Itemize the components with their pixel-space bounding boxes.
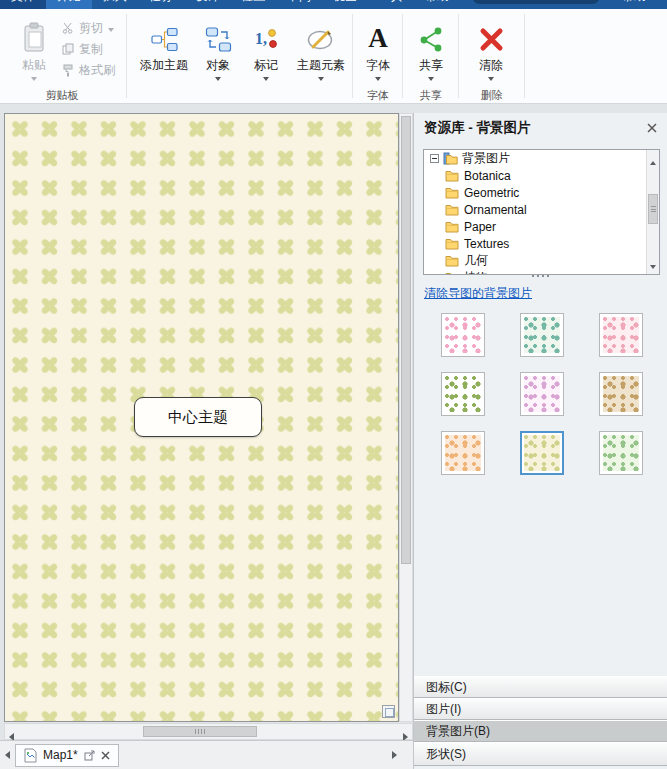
ribbon-search-box[interactable] [472,0,600,4]
detach-view-icon[interactable] [84,750,95,761]
thumbnail-teal-leaves[interactable] [520,313,564,357]
thumbnail-pattern [603,435,639,471]
map-canvas[interactable]: 中心主题 [4,113,399,722]
horizontal-scrollbar-thumb[interactable] [143,726,257,737]
help-menu-label: 帮助 [622,0,646,5]
ribbon-tab-9[interactable]: 工具 [368,0,414,9]
ribbon-tab-1[interactable]: 文件 [0,0,46,9]
panel-stack-tab-1[interactable]: 图标(C) [414,676,667,698]
ribbon-tab-3[interactable]: 插入 [92,0,138,9]
chevron-down-icon [31,77,37,81]
ribbon-tab-6[interactable]: 检查 [230,0,276,9]
background-image-tree: 背景图片 Botanica Geometric Ornamental Paper [423,149,660,275]
thumbnail-pattern [445,435,481,471]
chevron-down-icon [108,28,114,32]
map-document-icon [24,748,37,763]
add-topic-label: 添加主题 [140,57,188,74]
vertical-scrollbar[interactable] [399,113,413,722]
thumbnail-orange-flowers[interactable] [441,431,485,475]
font-button[interactable]: A 字体 [356,17,400,81]
tree-item[interactable]: Botanica [424,167,659,184]
thumbnail-green-clovers[interactable] [520,431,564,475]
group-label-font: 字体 [348,88,408,103]
chevron-down-icon [263,77,269,81]
mark-button[interactable]: 1, 标记 [244,17,288,81]
paste-label: 粘贴 [22,57,46,74]
clear-button[interactable]: 清除 [464,17,518,81]
tab-scroll-left-icon[interactable] [0,751,15,759]
format-painter-button[interactable]: 格式刷 [62,60,115,80]
tree-root[interactable]: 背景图片 [424,150,659,167]
ribbon-tab-7[interactable]: 审阅 [276,0,322,9]
tree-item[interactable]: Ornamental [424,201,659,218]
chevron-down-icon [215,77,221,81]
canvas-navigator-button[interactable] [382,705,395,718]
tab-scroll-right-icon[interactable] [387,751,413,759]
thumbnail-green-floral[interactable] [599,431,643,475]
add-topic-button[interactable]: 添加主题 [136,17,192,74]
thumbnail-pattern [524,317,560,353]
group-label-delete: 删除 [464,88,520,103]
folder-icon [445,187,459,199]
topic-elements-button[interactable]: 主题元素 [292,17,350,81]
collapse-icon[interactable] [430,154,439,163]
central-topic[interactable]: 中心主题 [134,397,262,437]
chevron-down-icon [375,77,381,81]
thumbnail-grid [441,313,643,475]
share-button[interactable]: 共享 [408,17,454,81]
thumbnail-pattern [524,376,560,412]
object-button[interactable]: 对象 [196,17,240,81]
panel-close-button[interactable] [647,123,657,133]
object-icon [205,17,232,53]
thumbnail-pink-roses[interactable] [599,313,643,357]
scroll-down-arrow-icon[interactable] [647,255,659,273]
tree-item[interactable]: 几何 [424,252,659,269]
share-label: 共享 [419,57,443,74]
clear-background-link[interactable]: 清除导图的背景图片 [424,285,532,302]
thumbnail-tan-leaves[interactable] [599,372,643,416]
ribbon: 粘贴 剪切 复制 格式刷 [0,9,667,104]
folder-icon [445,170,459,182]
horizontal-scrollbar[interactable] [4,723,413,740]
thumbnail-pattern [524,435,560,471]
mark-icon: 1, [253,17,279,53]
font-letter-icon: A [368,17,388,53]
group-label-clipboard: 剪贴板 [32,88,92,103]
folder-icon [445,238,459,250]
paste-button[interactable]: 粘贴 [10,17,58,81]
add-topic-icon [151,17,178,53]
document-tab-label: Map1* [43,748,78,762]
ribbon-separator [458,14,459,98]
scroll-up-arrow-icon[interactable] [647,151,659,169]
close-document-icon[interactable] [101,751,110,760]
tree-item[interactable]: Textures [424,235,659,252]
help-menu[interactable]: 帮助 [622,0,667,9]
document-tab[interactable]: Map1* [15,744,119,767]
ribbon-tab-10[interactable]: 帮助 [414,0,460,9]
topic-elements-label: 主题元素 [297,57,345,74]
tree-item[interactable]: Paper [424,218,659,235]
tree-scrollbar-thumb[interactable] [648,194,658,224]
cut-button[interactable]: 剪切 [62,18,114,38]
ribbon-tab-5[interactable]: 设计 [184,0,230,9]
thumbnail-pink-flowers[interactable] [441,313,485,357]
thumbnail-pattern [603,376,639,412]
tree-item[interactable]: Geometric [424,184,659,201]
ribbon-tab-2[interactable]: 开始 [46,0,92,9]
panel-stack-tab-4[interactable]: 形状(S) [414,742,667,766]
thumbnail-purple-flowers[interactable] [520,372,564,416]
ribbon-tab-8[interactable]: 视图 [322,0,368,9]
object-label: 对象 [206,57,230,74]
library-folder-icon [443,152,458,165]
tree-scrollbar[interactable] [646,150,659,274]
tree-resize-handle[interactable] [414,275,667,277]
scissors-icon [62,22,74,34]
panel-stack-tab-2[interactable]: 图片(I) [414,698,667,720]
thumbnail-green-branch[interactable] [441,372,485,416]
copy-button[interactable]: 复制 [62,39,103,59]
ribbon-tab-4[interactable]: 任务 [138,0,184,9]
tree-items: Botanica Geometric Ornamental Paper Text… [424,167,659,275]
panel-stack-tab-3[interactable]: 背景图片(B) [414,720,667,742]
vertical-scrollbar-thumb[interactable] [401,116,411,564]
ribbon-separator [126,14,127,98]
